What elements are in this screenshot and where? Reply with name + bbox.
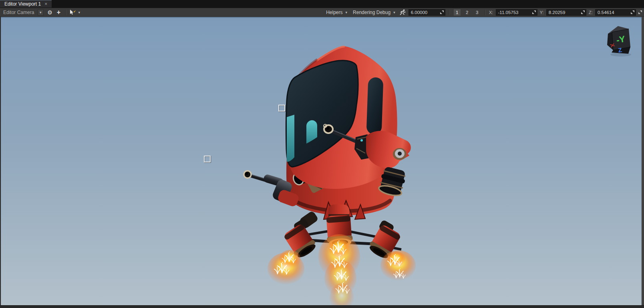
helpers-menu[interactable]: Helpers ▾ bbox=[325, 10, 349, 15]
camera-speed-field[interactable]: 6.00000 bbox=[409, 9, 445, 16]
entity-helper-square[interactable] bbox=[278, 105, 285, 111]
rendering-debug-label: Rendering Debug bbox=[353, 10, 390, 15]
view-preset-2-button[interactable]: 2 bbox=[463, 9, 471, 16]
tab-close-icon[interactable]: × bbox=[44, 2, 47, 6]
toolbar-divider bbox=[65, 10, 66, 15]
scene-robot bbox=[1, 17, 642, 306]
robot[interactable] bbox=[244, 46, 411, 261]
chevron-down-icon: ▾ bbox=[392, 10, 396, 14]
value-scrub-icon[interactable] bbox=[440, 10, 444, 14]
z-coordinate-value: 0.54614 bbox=[598, 10, 614, 15]
status-bar bbox=[0, 305, 644, 308]
cursor-tool-icon bbox=[69, 9, 76, 15]
tab-title: Editor Viewport 1 bbox=[4, 1, 41, 7]
value-scrub-icon[interactable] bbox=[581, 10, 585, 14]
plus-icon: + bbox=[57, 9, 60, 16]
viewport-toolbar: Editor Camera ▾ ⚙ + ▾ Helpers ▾ Renderin… bbox=[0, 8, 644, 17]
toolbar-divider bbox=[449, 10, 450, 15]
orientation-gizmo-cube[interactable]: -Y X Z bbox=[606, 24, 637, 57]
view-preset-3-button[interactable]: 3 bbox=[473, 9, 481, 16]
tab-bar: Editor Viewport 1 × bbox=[0, 0, 644, 8]
tab-editor-viewport-1[interactable]: Editor Viewport 1 × bbox=[0, 0, 52, 8]
gizmo-axis-front-label: -Y bbox=[616, 34, 626, 45]
camera-selector-label: Editor Camera bbox=[3, 10, 37, 15]
y-coordinate-field[interactable]: 8.20259 bbox=[546, 9, 586, 16]
y-coordinate-label: Y: bbox=[540, 10, 544, 15]
value-scrub-icon[interactable] bbox=[638, 10, 642, 14]
selection-tool-button[interactable] bbox=[69, 9, 76, 16]
chevron-down-icon[interactable]: ▾ bbox=[78, 10, 81, 14]
viewport-canvas[interactable]: -Y X Z bbox=[0, 17, 644, 306]
chevron-down-icon: ▾ bbox=[345, 10, 348, 14]
camera-selector-dropdown[interactable]: Editor Camera ▾ bbox=[2, 9, 45, 16]
view-preset-1-button[interactable]: 1 bbox=[453, 9, 461, 16]
x-coordinate-label: X: bbox=[489, 10, 493, 15]
x-coordinate-value: -11.05753 bbox=[498, 10, 519, 15]
camera-speed-value: 6.00000 bbox=[411, 10, 428, 15]
toolbar-divider bbox=[485, 10, 485, 15]
y-coordinate-value: 8.20259 bbox=[549, 10, 566, 15]
viewport-settings-button[interactable]: ⚙ bbox=[46, 9, 54, 16]
z-coordinate-label: Z: bbox=[589, 10, 593, 15]
camera-speed-icon bbox=[400, 9, 406, 15]
helpers-label: Helpers bbox=[326, 10, 342, 15]
chevron-down-icon[interactable]: ▾ bbox=[38, 9, 44, 16]
add-button[interactable]: + bbox=[55, 9, 62, 16]
x-coordinate-field[interactable]: -11.05753 bbox=[496, 9, 537, 16]
z-coordinate-field[interactable]: 0.54614 bbox=[595, 9, 636, 16]
gear-icon: ⚙ bbox=[47, 9, 52, 16]
value-scrub-icon[interactable] bbox=[631, 10, 634, 14]
value-scrub-icon[interactable] bbox=[532, 10, 536, 14]
entity-helper-square[interactable] bbox=[204, 156, 211, 162]
rendering-debug-menu[interactable]: Rendering Debug ▾ bbox=[352, 10, 397, 15]
